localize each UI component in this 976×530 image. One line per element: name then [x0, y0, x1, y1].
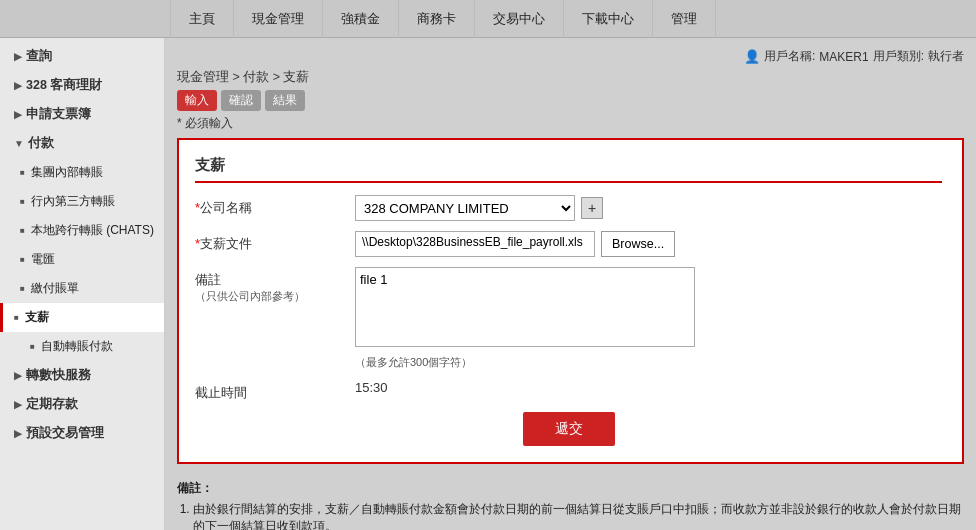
nav-cash[interactable]: 現金管理 — [234, 0, 323, 38]
cutoff-label: 截止時間 — [195, 380, 355, 402]
sidebar-item-auto-transfer[interactable]: ■ 自動轉賬付款 — [0, 332, 164, 361]
main-layout: ▶ 查詢 ▶ 328 客商理財 ▶ 申請支票簿 ▼ 付款 ■ 集團內部轉賬 ■ … — [0, 38, 976, 530]
cutoff-control: 15:30 — [355, 380, 942, 395]
bullet-icon: ■ — [30, 342, 35, 351]
triangle-icon: ▶ — [14, 370, 22, 381]
nav-download[interactable]: 下載中心 — [564, 0, 653, 38]
remark-sublabel: （只供公司內部參考） — [195, 289, 355, 304]
sidebar-item-preset[interactable]: ▶ 預設交易管理 — [0, 419, 164, 448]
triangle-icon: ▶ — [14, 51, 22, 62]
bullet-icon: ■ — [20, 284, 25, 293]
file-label: *支薪文件 — [195, 231, 355, 253]
remark-row: 備註 （只供公司內部參考） file 1 （最多允許300個字符） — [195, 267, 942, 370]
triangle-icon: ▼ — [14, 138, 24, 149]
step-result: 結果 — [265, 90, 305, 111]
step-input[interactable]: 輸入 — [177, 90, 217, 111]
bullet-icon: ■ — [20, 197, 25, 206]
sidebar-item-checkbook[interactable]: ▶ 申請支票簿 — [0, 100, 164, 129]
required-note: * 必須輸入 — [177, 115, 964, 132]
user-icon: 👤 — [744, 49, 760, 64]
file-row: *支薪文件 \\Desktop\328BusinessEB_file_payro… — [195, 231, 942, 257]
user-label: 用戶名稱: — [764, 48, 815, 65]
top-navigation: 主頁 現金管理 強積金 商務卡 交易中心 下載中心 管理 — [0, 0, 976, 38]
company-row: *公司名稱 328 COMPANY LIMITED + — [195, 195, 942, 221]
nav-manage[interactable]: 管理 — [653, 0, 716, 38]
notes-list: 由於銀行間結算的安排，支薪／自動轉賬付款金額會於付款日期的前一個結算日從支賬戶口… — [177, 501, 964, 530]
nav-trade[interactable]: 交易中心 — [475, 0, 564, 38]
step-confirm: 確認 — [221, 90, 261, 111]
breadcrumb: 現金管理 > 付款 > 支薪 — [177, 69, 964, 86]
sidebar-item-third-party[interactable]: ■ 行內第三方轉賬 — [0, 187, 164, 216]
triangle-icon: ▶ — [14, 80, 22, 91]
sidebar-item-fixed-deposit[interactable]: ▶ 定期存款 — [0, 390, 164, 419]
triangle-icon: ▶ — [14, 399, 22, 410]
sidebar: ▶ 查詢 ▶ 328 客商理財 ▶ 申請支票簿 ▼ 付款 ■ 集團內部轉賬 ■ … — [0, 38, 165, 530]
submit-button[interactable]: 遞交 — [523, 412, 615, 446]
note-item-1: 由於銀行間結算的安排，支薪／自動轉賬付款金額會於付款日期的前一個結算日從支賬戶口… — [193, 501, 964, 530]
role-label: 用戶類別: — [873, 48, 924, 65]
char-limit-note: （最多允許300個字符） — [355, 355, 472, 370]
file-path-display: \\Desktop\328BusinessEB_file_payroll.xls — [355, 231, 595, 257]
bullet-icon: ■ — [20, 168, 25, 177]
nav-home[interactable]: 主頁 — [170, 0, 234, 38]
payroll-card: 支薪 *公司名稱 328 COMPANY LIMITED + *支薪文件 — [177, 138, 964, 464]
sidebar-item-bill[interactable]: ■ 繳付賬單 — [0, 274, 164, 303]
bullet-icon: ■ — [14, 313, 19, 322]
submit-row: 遞交 — [195, 412, 942, 446]
sidebar-item-payroll[interactable]: ■ 支薪 — [0, 303, 164, 332]
cutoff-row: 截止時間 15:30 — [195, 380, 942, 402]
company-label: *公司名稱 — [195, 195, 355, 217]
browse-button[interactable]: Browse... — [601, 231, 675, 257]
company-select[interactable]: 328 COMPANY LIMITED — [355, 195, 575, 221]
bullet-icon: ■ — [20, 255, 25, 264]
sidebar-item-328biz[interactable]: ▶ 328 客商理財 — [0, 71, 164, 100]
card-title: 支薪 — [195, 156, 942, 183]
step-badges: 輸入 確認 結果 — [177, 90, 964, 111]
sidebar-item-wire[interactable]: ■ 電匯 — [0, 245, 164, 274]
user-name: MAKER1 — [819, 50, 868, 64]
notes-section: 備註： 由於銀行間結算的安排，支薪／自動轉賬付款金額會於付款日期的前一個結算日從… — [177, 474, 964, 530]
user-info-bar: 👤 用戶名稱: MAKER1 用戶類別: 執行者 — [177, 46, 964, 69]
triangle-icon: ▶ — [14, 109, 22, 120]
sidebar-item-fps[interactable]: ▶ 轉數快服務 — [0, 361, 164, 390]
add-company-icon[interactable]: + — [581, 197, 603, 219]
notes-title: 備註： — [177, 480, 964, 497]
remark-textarea[interactable]: file 1 — [355, 267, 695, 347]
remark-control: file 1 （最多允許300個字符） — [355, 267, 942, 370]
nav-bizcard[interactable]: 商務卡 — [399, 0, 475, 38]
bullet-icon: ■ — [20, 226, 25, 235]
sidebar-item-inquiry[interactable]: ▶ 查詢 — [0, 42, 164, 71]
cutoff-value: 15:30 — [355, 380, 388, 395]
nav-mpf[interactable]: 強積金 — [323, 0, 399, 38]
triangle-icon: ▶ — [14, 428, 22, 439]
remark-label: 備註 （只供公司內部參考） — [195, 267, 355, 304]
company-control: 328 COMPANY LIMITED + — [355, 195, 942, 221]
sidebar-item-chats[interactable]: ■ 本地跨行轉賬 (CHATS) — [0, 216, 164, 245]
user-role: 執行者 — [928, 48, 964, 65]
file-control: \\Desktop\328BusinessEB_file_payroll.xls… — [355, 231, 942, 257]
sidebar-item-payment[interactable]: ▼ 付款 — [0, 129, 164, 158]
content-area: 👤 用戶名稱: MAKER1 用戶類別: 執行者 現金管理 > 付款 > 支薪 … — [165, 38, 976, 530]
sidebar-item-group-transfer[interactable]: ■ 集團內部轉賬 — [0, 158, 164, 187]
